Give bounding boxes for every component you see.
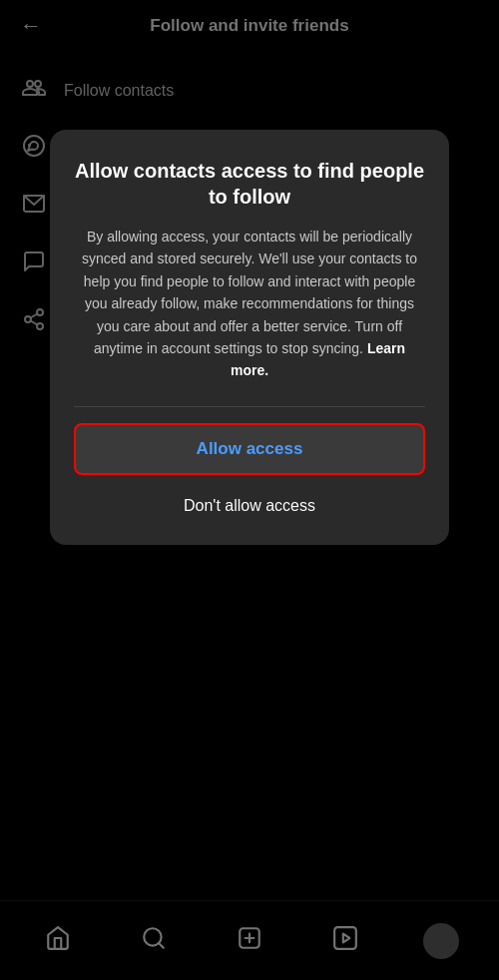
allow-access-button[interactable]: Allow access <box>74 423 425 475</box>
contacts-access-modal: Allow contacts access to find people to … <box>50 130 449 545</box>
modal-body: By allowing access, your contacts will b… <box>74 226 425 382</box>
modal-title: Allow contacts access to find people to … <box>74 158 425 210</box>
deny-access-button[interactable]: Don't allow access <box>184 491 315 521</box>
modal-divider <box>74 406 425 407</box>
